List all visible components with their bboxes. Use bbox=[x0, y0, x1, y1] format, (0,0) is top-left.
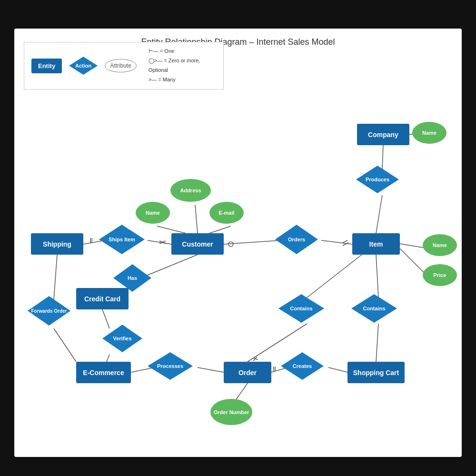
svg-line-1 bbox=[148, 240, 171, 244]
diamond-produces: Produces bbox=[356, 166, 399, 193]
svg-line-32 bbox=[343, 240, 347, 243]
entity-company: Company bbox=[357, 124, 409, 145]
svg-line-15 bbox=[307, 255, 362, 298]
diamond-forwards-order: Forwards Order bbox=[28, 296, 70, 326]
diamond-orders: Orders bbox=[275, 225, 318, 254]
svg-line-33 bbox=[343, 243, 348, 246]
attribute-address: Address bbox=[170, 179, 211, 202]
legend-action: Action bbox=[69, 57, 98, 75]
entity-order: Order bbox=[224, 362, 271, 383]
svg-line-36 bbox=[253, 357, 257, 361]
svg-line-6 bbox=[54, 255, 57, 300]
svg-line-21 bbox=[157, 226, 186, 233]
svg-line-3 bbox=[321, 240, 352, 244]
attribute-name-customer: Name bbox=[136, 202, 170, 224]
svg-line-29 bbox=[159, 241, 166, 244]
legend-attribute: Attribute bbox=[105, 59, 137, 72]
svg-line-19 bbox=[376, 195, 382, 233]
attribute-email: E-mail bbox=[209, 202, 244, 224]
diamond-has: Has bbox=[113, 264, 151, 292]
attribute-name-company: Name bbox=[412, 122, 446, 144]
svg-line-37 bbox=[253, 358, 258, 360]
svg-line-30 bbox=[159, 241, 167, 244]
entity-customer: Customer bbox=[171, 233, 224, 255]
legend-entity: Entity bbox=[31, 59, 62, 73]
svg-line-20 bbox=[195, 205, 198, 233]
entity-shipping: Shipping bbox=[31, 233, 83, 255]
diamond-creates: Creates bbox=[281, 352, 324, 380]
entity-item: Item bbox=[352, 233, 400, 255]
entity-shopping-cart: Shopping Cart bbox=[347, 362, 405, 383]
svg-line-7 bbox=[54, 328, 76, 362]
diamond-verifies: Verifies bbox=[102, 325, 142, 352]
legend: Entity Action Attribute ⊢— = One ◯>— = Z… bbox=[24, 42, 224, 89]
attribute-name-item: Name bbox=[423, 234, 457, 256]
svg-point-31 bbox=[228, 242, 233, 247]
diamond-ships-item: Ships Item bbox=[99, 225, 145, 254]
svg-line-16 bbox=[376, 324, 378, 362]
svg-line-17 bbox=[376, 255, 378, 298]
entity-ecommerce: E-Commerce bbox=[76, 362, 131, 383]
svg-line-2 bbox=[224, 240, 281, 244]
legend-text: ⊢— = One ◯>— = Zero or more, Optional >—… bbox=[149, 47, 216, 84]
diagram-area: Entity Relationship Diagram – Internet S… bbox=[14, 29, 462, 457]
attribute-price: Price bbox=[423, 264, 457, 286]
svg-line-11 bbox=[198, 367, 224, 372]
attribute-order-number: Order Number bbox=[210, 399, 252, 425]
canvas: Entity Relationship Diagram – Internet S… bbox=[0, 0, 476, 476]
diamond-contains-order: Contains bbox=[278, 294, 324, 323]
diamond-contains-cart: Contains bbox=[351, 294, 397, 323]
svg-line-13 bbox=[328, 367, 347, 372]
svg-line-22 bbox=[209, 226, 231, 233]
diamond-processes: Processes bbox=[148, 352, 193, 380]
